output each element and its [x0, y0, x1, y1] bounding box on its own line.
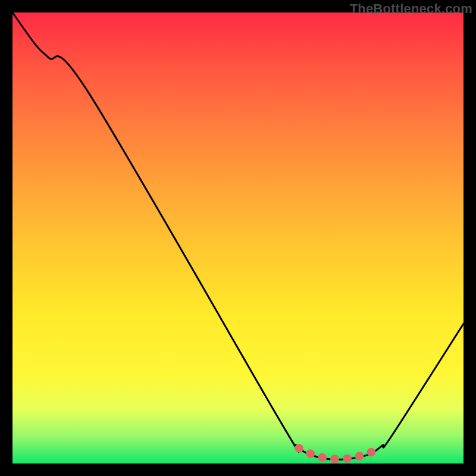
plot-area [12, 12, 464, 464]
chart-frame: TheBottleneck.com [0, 0, 476, 476]
chart-svg [12, 12, 464, 464]
watermark-text: TheBottleneck.com [350, 1, 472, 17]
curve-line [12, 12, 464, 459]
highlight-segment [299, 448, 380, 459]
